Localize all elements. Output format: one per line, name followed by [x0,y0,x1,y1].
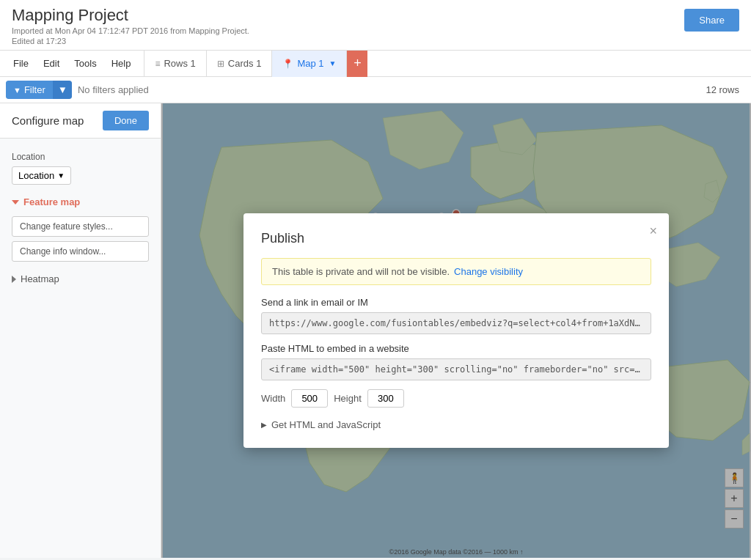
project-meta-line1: Imported at Mon Apr 04 17:12:47 PDT 2016… [12,26,249,35]
warning-box: This table is private and will not be vi… [261,258,651,285]
filter-left: ▼ Filter ▼ No filters applied [6,81,149,99]
publish-dialog: Publish × This table is private and will… [243,213,669,448]
feature-map-header[interactable]: Feature map [0,191,161,213]
menu-tools[interactable]: Tools [67,52,103,75]
width-input[interactable] [291,389,328,408]
sidebar: Configure map Done Location Location ▼ F… [0,103,161,558]
tab-map[interactable]: 📍 Map 1 ▼ [272,51,347,77]
toolbar: File Edit Tools Help ≡ Rows 1 ⊞ Cards 1 … [0,51,751,77]
dialog-overlay[interactable]: Publish × This table is private and will… [161,103,751,558]
change-info-window-button[interactable]: Change info window... [12,241,149,262]
configure-header: Configure map Done [0,103,161,139]
tab-rows[interactable]: ≡ Rows 1 [144,51,206,77]
app-header: Mapping Project Imported at Mon Apr 04 1… [0,0,751,51]
dialog-close-button[interactable]: × [649,224,657,239]
height-input[interactable] [367,389,404,408]
location-value: Location [18,170,54,181]
rows-icon: ≡ [155,59,160,69]
filter-dropdown-button[interactable]: ▼ [53,81,72,99]
share-button[interactable]: Share [684,9,739,32]
map-dropdown-icon: ▼ [329,59,337,67]
cards-icon: ⊞ [217,59,224,69]
dimension-row: Width Height [261,389,651,408]
sidebar-content: Location Location ▼ Feature map Change f… [0,139,161,298]
email-label: Send a link in email or IM [261,297,651,308]
feature-map-expand-icon [12,200,19,205]
tab-cards-label: Cards 1 [228,58,262,69]
configure-map-title: Configure map [12,114,84,127]
get-html-arrow-icon: ▶ [261,421,267,429]
location-chevron-icon: ▼ [57,172,65,180]
rows-count: 12 rows [706,84,745,95]
dialog-title: Publish [261,231,651,246]
heatmap-section[interactable]: Heatmap [0,268,161,290]
heatmap-expand-icon [12,276,16,283]
location-dropdown[interactable]: Location ▼ [12,166,71,185]
menu-edit[interactable]: Edit [36,52,67,75]
filter-bar: ▼ Filter ▼ No filters applied 12 rows [0,77,751,103]
map-pin-icon: 📍 [282,59,293,69]
main-area: Configure map Done Location Location ▼ F… [0,103,751,558]
change-visibility-link[interactable]: Change visibility [454,266,523,277]
filter-label: Filter [24,84,45,95]
width-label: Width [261,393,285,404]
heatmap-label: Heatmap [21,273,59,284]
get-html-row[interactable]: ▶ Get HTML and JavaScript [261,419,651,430]
height-label: Height [334,393,362,404]
header-left: Mapping Project Imported at Mon Apr 04 1… [12,6,249,45]
filter-button[interactable]: ▼ Filter [6,81,53,99]
feature-map-buttons: Change feature styles... Change info win… [0,213,161,268]
tab-map-label: Map 1 [297,58,323,69]
filter-control: ▼ Filter ▼ [6,81,72,99]
done-button[interactable]: Done [103,111,149,130]
embed-code-input[interactable] [261,358,651,380]
email-url-input[interactable] [261,312,651,334]
tab-cards[interactable]: ⊞ Cards 1 [207,51,273,77]
feature-map-label: Feature map [23,196,80,207]
filter-icon: ▼ [13,86,21,95]
menu-help[interactable]: Help [104,52,139,75]
get-html-label: Get HTML and JavaScript [271,419,381,430]
tab-rows-label: Rows 1 [164,58,195,69]
project-title: Mapping Project [12,6,249,25]
change-feature-styles-button[interactable]: Change feature styles... [12,216,149,237]
no-filters-text: No filters applied [78,84,149,95]
project-meta-line2: Edited at 17:23 [12,37,249,45]
warning-text: This table is private and will not be vi… [272,266,450,277]
menu-file[interactable]: File [6,52,36,75]
embed-label: Paste HTML to embed in a website [261,343,651,354]
menu-bar: File Edit Tools Help [0,52,144,75]
location-section: Location Location ▼ [0,146,161,191]
map-area: ©2016 Google Map data ©2016 — 1000 km ↑ … [161,103,751,558]
location-label: Location [12,152,149,162]
add-tab-button[interactable]: + [347,51,367,77]
